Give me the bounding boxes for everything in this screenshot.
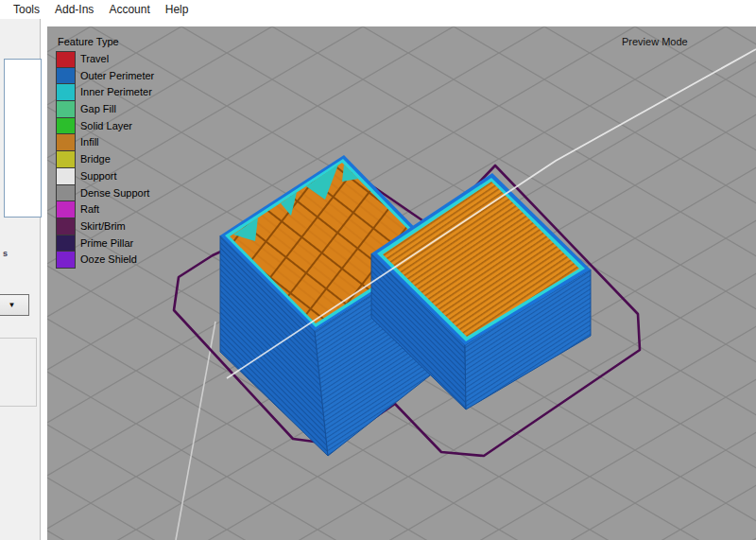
process-list-box[interactable] — [4, 59, 42, 218]
preview-viewport: Feature Type TravelOuter PerimeterInner … — [47, 26, 756, 540]
menu-item-add-ins[interactable]: Add-Ins — [47, 0, 101, 19]
clipped-panel-label: s — [3, 249, 8, 258]
viewport-3d-canvas[interactable] — [47, 26, 756, 540]
menu-item-account[interactable]: Account — [101, 0, 157, 19]
panel-group-box — [0, 338, 37, 407]
menu-item-tools[interactable]: Tools — [13, 0, 47, 19]
profile-dropdown[interactable]: ▼ — [0, 294, 29, 316]
settings-side-panel: s ▼ — [0, 19, 41, 540]
dropdown-arrow-icon: ▼ — [9, 302, 16, 309]
menu-item-help[interactable]: Help — [158, 0, 197, 19]
menu-bar: Tools Add-Ins Account Help — [0, 0, 756, 19]
